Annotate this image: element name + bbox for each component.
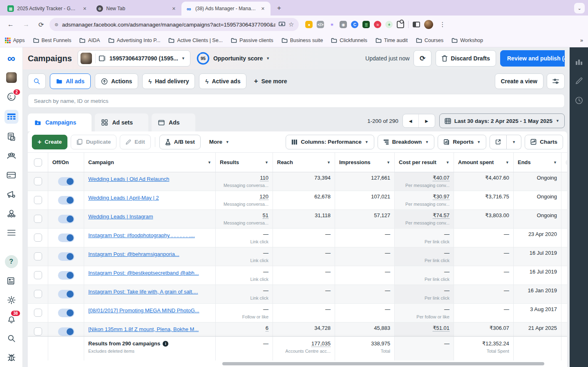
refresh-button[interactable]: ⟳ (414, 50, 431, 67)
row-checkbox[interactable] (28, 266, 48, 285)
campaign-link[interactable]: Instagram Post: @bestkeptsecretband @abh… (88, 269, 211, 276)
date-range-button[interactable]: Last 30 days: 2 Apr 2025 - 1 May 2025 ▼ (439, 113, 565, 128)
campaign-link[interactable]: Instagram Post: Take life with, A grain … (88, 287, 211, 295)
discard-drafts-button[interactable]: Discard Drafts (436, 50, 496, 67)
new-tab-button[interactable]: + (274, 3, 284, 13)
filter-active-ads[interactable]: ϟ Active ads (199, 73, 246, 89)
profile-avatar[interactable] (424, 20, 433, 29)
bookmark-folder[interactable]: Business suite (282, 38, 323, 43)
prev-page-button[interactable]: ◀ (403, 114, 419, 127)
columns-button[interactable]: Columns: Performance▼ (286, 135, 374, 149)
browser-menu-icon[interactable]: ⋮ (437, 21, 447, 28)
search-nav-icon[interactable] (4, 332, 18, 345)
loom-extension-icon[interactable]: ✳ (328, 21, 335, 28)
search-input[interactable] (28, 94, 565, 108)
history-clock-icon[interactable] (575, 96, 583, 105)
tab-campaigns[interactable]: Campaigns (28, 113, 92, 131)
browser-tab[interactable]: ▦ 2025 Activity Tracker - Googl ✕ (3, 2, 92, 16)
filter-actions[interactable]: Actions (95, 73, 138, 89)
bookmark-folder[interactable]: Passive clients (231, 38, 273, 43)
campaign-link[interactable]: [08/01/2017] Promoting MEGA MIND PhotoG.… (88, 306, 211, 314)
notifications-bell-icon[interactable]: 38 (4, 313, 18, 325)
bookmark-folder[interactable]: AIDA (79, 38, 100, 43)
apps-shortcut[interactable]: Apps (5, 38, 25, 43)
info-icon[interactable]: i (163, 341, 168, 347)
row-toggle[interactable] (48, 247, 84, 266)
row-checkbox[interactable] (28, 304, 48, 322)
red-extension-icon[interactable]: ≈ (374, 21, 381, 28)
row-toggle[interactable] (48, 229, 84, 247)
audiences-nav-icon[interactable] (4, 150, 18, 162)
plus-extension-icon[interactable]: + (385, 21, 393, 28)
account-selector[interactable]: 159573064377090 (1595... ▼ (78, 50, 190, 67)
browser-tab[interactable]: ∞ (38) Ads Manager - Manage a ✕ (181, 2, 271, 16)
col-ends[interactable]: Ends▼ (514, 153, 561, 172)
reload-icon[interactable]: ⟳ (35, 19, 47, 30)
filter-search-button[interactable] (28, 73, 46, 89)
col-amount-spent[interactable]: Amount spent▼ (454, 153, 514, 172)
bookmark-folder[interactable]: Advertising Into P... (108, 38, 161, 43)
account-avatar[interactable] (4, 71, 18, 84)
row-checkbox[interactable] (28, 191, 48, 209)
row-checkbox[interactable] (28, 247, 48, 266)
meta-logo[interactable]: ∞ (4, 52, 18, 65)
row-toggle[interactable] (48, 191, 84, 209)
view-settings-button[interactable] (547, 73, 565, 89)
row-checkbox[interactable] (28, 285, 48, 303)
review-publish-button[interactable]: Review and publish (4) (500, 50, 565, 67)
keep-extension-icon[interactable]: ● (305, 21, 313, 28)
campaign-link[interactable]: Instagram Post: @behramsiganporia... (88, 250, 211, 258)
bookmark-folder[interactable]: Best Funnels (33, 38, 72, 43)
browser-tab[interactable]: ◍ New Tab ✕ (92, 2, 181, 16)
row-checkbox[interactable] (28, 172, 48, 191)
campaign-link[interactable]: Wedding Leads | Old Ad Relaunch (88, 175, 211, 182)
duplicate-button[interactable]: Duplicate (71, 135, 116, 149)
all-tools-menu-icon[interactable] (4, 227, 18, 239)
edit-panel-icon[interactable] (575, 77, 583, 85)
url-bar[interactable]: ⊜ adsmanager.facebook.com/adsmanager/man… (49, 18, 299, 31)
bookmark-folder[interactable]: Workshop (452, 38, 483, 43)
tab-search-chevron-icon[interactable]: ⌄ (574, 3, 585, 13)
bookmark-folder[interactable]: Courses (416, 38, 444, 43)
filter-all-ads[interactable]: All ads (50, 73, 91, 89)
ads-settings-nav-icon[interactable] (4, 188, 18, 200)
create-view-button[interactable]: Create a view (495, 73, 544, 89)
col-reach[interactable]: Reach▼ (273, 153, 335, 172)
col-campaign[interactable]: Campaign▼ (84, 153, 216, 172)
account-overview-icon[interactable]: 2 (4, 91, 18, 103)
select-all-checkbox[interactable] (28, 153, 48, 172)
send-to-device-icon[interactable] (279, 22, 285, 27)
report-bug-icon[interactable] (4, 351, 18, 364)
col-cost-per-result[interactable]: Cost per result▼ (395, 153, 454, 172)
filter-had-delivery[interactable]: ϟ Had delivery (142, 73, 195, 89)
charts-button[interactable]: Charts (525, 135, 563, 149)
ab-test-button[interactable]: A/B test (159, 135, 201, 149)
bookmark-folder[interactable]: Time audit (376, 38, 408, 43)
camera-extension-icon[interactable]: ◉ (340, 21, 347, 28)
code-extension-icon[interactable]: </> (317, 21, 324, 28)
scrollbar-thumb[interactable] (222, 362, 544, 365)
bookmark-folder[interactable]: Active Clients | Se... (168, 38, 223, 43)
next-page-button[interactable]: ▶ (419, 114, 435, 127)
side-panel-icon[interactable] (413, 22, 420, 27)
row-toggle[interactable] (48, 172, 84, 191)
opportunity-score[interactable]: 95 Opportunity score ▼ (196, 51, 270, 65)
row-checkbox[interactable] (28, 210, 48, 228)
campaign-link[interactable]: Wedding Leads | Instagram (88, 212, 211, 220)
bookmarks-overflow-icon[interactable]: » (580, 37, 583, 43)
tab-close-icon[interactable]: ✕ (170, 5, 177, 12)
bookmark-folder[interactable]: Clickfunnels (331, 38, 367, 43)
extensions-puzzle-icon[interactable] (397, 21, 404, 28)
tab-ads[interactable]: Ads (152, 113, 195, 131)
bookmark-star-icon[interactable]: ☆ (288, 21, 294, 28)
tab-ad-sets[interactable]: Ad sets (95, 113, 148, 131)
bulk-send-extension-icon[interactable]: ≣ (362, 21, 370, 28)
reports-button[interactable]: Reports▼ (438, 135, 486, 149)
billing-nav-icon[interactable] (4, 169, 18, 181)
col-results[interactable]: Results▼ (216, 153, 273, 172)
row-toggle[interactable] (48, 210, 84, 228)
edit-button[interactable]: Edit (120, 135, 151, 149)
row-toggle[interactable] (48, 304, 84, 322)
pages-nav-icon[interactable] (4, 131, 18, 143)
row-toggle[interactable] (48, 266, 84, 285)
